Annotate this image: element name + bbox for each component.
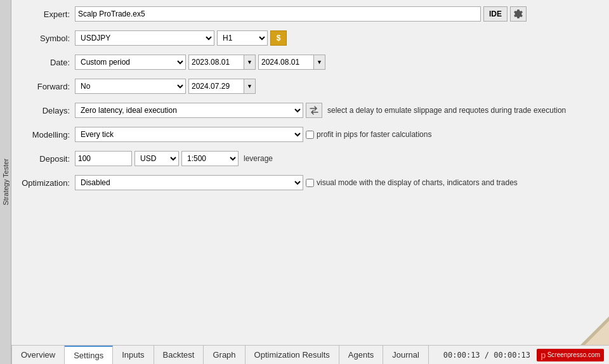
date-label: Date:: [18, 58, 75, 67]
screenpresso-url: .com: [586, 351, 600, 358]
modelling-label: Modelling:: [18, 130, 75, 140]
gold-button[interactable]: $: [270, 30, 287, 46]
screenpresso-badge: p Screenpresso .com: [537, 349, 604, 361]
page-turn: [577, 313, 609, 345]
date-to-calendar[interactable]: ▼: [313, 55, 325, 69]
profit-pips-checkbox[interactable]: [306, 131, 314, 139]
tab-optimization-results[interactable]: Optimization Results: [246, 346, 339, 364]
profit-pips-label[interactable]: profit in pips for faster calculations: [306, 130, 431, 139]
dollar-icon: $: [277, 34, 281, 42]
expert-controls: IDE: [75, 6, 603, 22]
delays-select[interactable]: Zero latency, ideal execution: [75, 103, 303, 118]
tab-overview[interactable]: Overview: [11, 346, 65, 364]
period-select[interactable]: Custom period: [75, 55, 186, 70]
tab-graph[interactable]: Graph: [204, 346, 245, 364]
screenpresso-text: Screenpresso: [547, 351, 587, 358]
symbol-row: Symbol: USDJPY H1 $: [18, 29, 603, 47]
modelling-controls: Every tick profit in pips for faster cal…: [75, 127, 603, 142]
expert-row: Expert: IDE: [18, 5, 603, 23]
swap-icon: [309, 105, 319, 115]
date-row: Date: Custom period ▼ ▼: [18, 53, 603, 71]
gear-button[interactable]: [510, 6, 527, 22]
content-area: Expert: IDE Symbol: U: [11, 0, 609, 364]
tab-backtest[interactable]: Backtest: [154, 346, 204, 364]
delays-controls: Zero latency, ideal execution select a d…: [75, 103, 603, 118]
expert-input[interactable]: [75, 6, 481, 22]
optimization-label: Optimization:: [18, 178, 75, 188]
deposit-label: Deposit:: [18, 154, 75, 164]
delays-label: Delays:: [18, 106, 75, 115]
side-label: Strategy Tester: [0, 0, 11, 364]
time-display: 00:00:13 / 00:00:13: [443, 351, 530, 360]
date-to-input[interactable]: [259, 55, 313, 69]
date-controls: Custom period ▼ ▼: [75, 55, 603, 70]
tab-journal[interactable]: Journal: [383, 346, 429, 364]
expert-label: Expert:: [18, 10, 75, 19]
currency-select[interactable]: USD: [134, 151, 179, 166]
main-container: Strategy Tester Expert: IDE: [0, 0, 609, 364]
swap-button[interactable]: [306, 103, 322, 118]
date-from-input[interactable]: [189, 55, 244, 69]
leverage-text: leverage: [244, 154, 273, 163]
date-from-calendar[interactable]: ▼: [244, 55, 255, 69]
deposit-input[interactable]: [75, 151, 132, 166]
forward-label: Forward:: [18, 82, 75, 91]
visual-mode-label[interactable]: visual mode with the display of charts, …: [306, 178, 518, 187]
forward-date-input[interactable]: [189, 79, 244, 93]
forward-date-calendar[interactable]: ▼: [244, 79, 255, 93]
modelling-row: Modelling: Every tick profit in pips for…: [18, 126, 603, 143]
deposit-row: Deposit: USD 1:500 leverage: [18, 150, 603, 167]
gear-icon: [513, 9, 523, 19]
delays-row: Delays: Zero latency, ideal execution se…: [18, 101, 603, 119]
date-to-wrapper: ▼: [258, 55, 325, 70]
forward-date-wrapper: ▼: [188, 79, 256, 94]
ide-button[interactable]: IDE: [483, 6, 508, 22]
optimization-controls: Disabled visual mode with the display of…: [75, 175, 603, 190]
date-from-wrapper: ▼: [188, 55, 256, 70]
delays-description: select a delay to emulate slippage and r…: [327, 106, 566, 115]
symbol-controls: USDJPY H1 $: [75, 30, 603, 46]
bottom-tab-bar: Overview Settings Inputs Backtest Graph …: [11, 345, 609, 364]
deposit-controls: USD 1:500 leverage: [75, 151, 603, 166]
forward-select[interactable]: No: [75, 79, 186, 94]
screenpresso-logo: p: [540, 350, 546, 360]
tab-inputs[interactable]: Inputs: [113, 346, 154, 364]
forward-controls: No ▼: [75, 79, 603, 94]
modelling-select[interactable]: Every tick: [75, 127, 303, 142]
leverage-select[interactable]: 1:500: [181, 151, 239, 166]
optimization-select[interactable]: Disabled: [75, 175, 303, 190]
bottom-right: 00:00:13 / 00:00:13 p Screenpresso .com: [443, 346, 609, 364]
optimization-row: Optimization: Disabled visual mode with …: [18, 174, 603, 192]
tab-agents[interactable]: Agents: [339, 346, 383, 364]
tab-settings[interactable]: Settings: [65, 346, 113, 364]
timeframe-select[interactable]: H1: [217, 30, 268, 46]
visual-mode-checkbox[interactable]: [306, 179, 314, 187]
symbol-label: Symbol:: [18, 34, 75, 43]
form-area: Expert: IDE Symbol: U: [11, 0, 609, 345]
symbol-select[interactable]: USDJPY: [75, 30, 214, 46]
forward-row: Forward: No ▼: [18, 77, 603, 95]
